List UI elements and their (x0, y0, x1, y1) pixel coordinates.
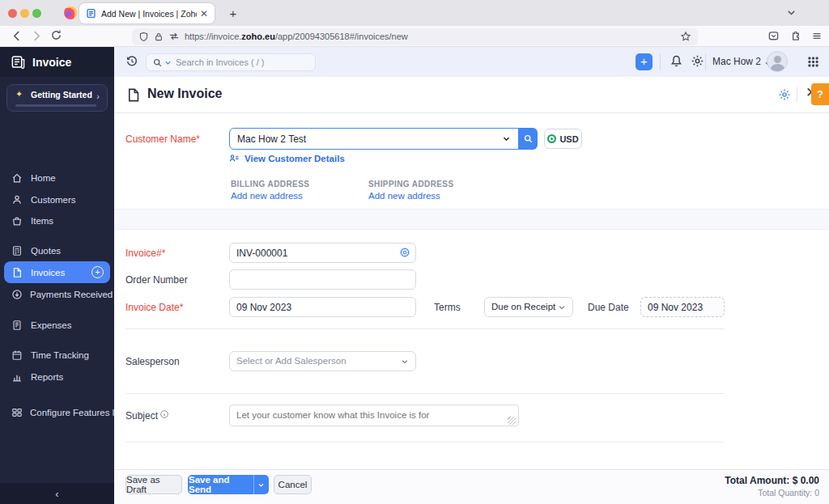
sidebar-item-configure-features[interactable]: Configure Features list (4, 403, 110, 422)
quotes-icon (11, 245, 23, 256)
order-number-label: Order Number (125, 274, 188, 286)
subject-textarea[interactable] (229, 404, 519, 426)
total-quantity: Total Quantity: 0 (758, 488, 819, 498)
currency-button[interactable]: USD (544, 129, 582, 149)
divider (125, 442, 725, 443)
browser-nav-bar: https://invoice.zoho.eu/app/20094305618#… (0, 26, 829, 47)
add-shipping-address-link[interactable]: Add new address (368, 191, 440, 201)
view-customer-details-link[interactable]: View Customer Details (229, 153, 345, 163)
salesperson-label: Salesperson (125, 356, 180, 367)
page-header: New Invoice ✕ ? (114, 77, 829, 113)
sidebar-item-home[interactable]: Home (4, 168, 110, 188)
save-and-send-caret-button[interactable] (253, 475, 269, 494)
forward-icon[interactable] (30, 29, 44, 43)
recent-history-icon[interactable] (125, 55, 138, 68)
new-invoice-doc-icon (125, 87, 141, 103)
url-bar[interactable]: https://invoice.zoho.eu/app/20094305618#… (132, 28, 698, 45)
org-switcher[interactable]: Mac How 2 ⌄ (712, 56, 772, 67)
customer-search-button[interactable] (518, 128, 538, 150)
sidebar-item-time-tracking[interactable]: Time Tracking (4, 345, 110, 365)
tab-list-chevron-icon[interactable] (786, 7, 797, 18)
invoice-settings-gear-icon[interactable] (778, 88, 791, 101)
getting-started-progress (15, 104, 96, 107)
divider (705, 53, 706, 70)
sidebar-item-quotes[interactable]: Quotes (4, 241, 110, 260)
avatar[interactable] (767, 51, 788, 72)
extensions-puzzle-icon[interactable] (789, 30, 801, 42)
order-number-input[interactable] (229, 269, 416, 290)
screen: Add New | Invoices | Zoho Invoi ✕ + (0, 0, 829, 504)
terms-label: Terms (434, 302, 461, 313)
divider (125, 328, 725, 329)
sidebar-item-label: Expenses (31, 320, 72, 330)
bookmark-star-icon[interactable] (680, 31, 691, 42)
invoice-date-input[interactable] (229, 297, 416, 317)
invoice-number-settings-icon[interactable] (399, 247, 410, 258)
url-text: https://invoice.zoho.eu/app/20094305618#… (185, 32, 408, 41)
cancel-button[interactable]: Cancel (274, 475, 312, 494)
sidebar-item-reports[interactable]: Reports (4, 367, 110, 387)
textarea-resize-handle[interactable] (508, 417, 516, 425)
app-top-bar: Search in Invoices ( / ) + Mac How 2 ⌄ (114, 47, 829, 77)
menu-hamburger-icon[interactable] (811, 31, 823, 41)
sidebar-item-label: Payments Received (30, 290, 113, 299)
traffic-minimize-button[interactable] (20, 9, 29, 18)
shield-icon[interactable] (138, 32, 149, 42)
settings-gear-icon[interactable] (691, 54, 704, 68)
add-billing-address-link[interactable]: Add new address (231, 191, 303, 201)
quick-create-button[interactable]: + (636, 53, 653, 70)
invoice-number-input[interactable] (229, 243, 416, 263)
sidebar-item-expenses[interactable]: Expenses (4, 316, 110, 335)
help-button[interactable]: ? (811, 83, 829, 105)
new-invoice-plus-icon[interactable]: + (91, 266, 104, 278)
search-placeholder: Search in Invoices ( / ) (176, 57, 264, 67)
customers-icon (11, 194, 23, 205)
save-and-send-button[interactable]: Save and Send (188, 475, 253, 494)
firefox-logo-icon (64, 6, 77, 19)
getting-started-card[interactable]: ✦ Getting Started › (6, 84, 108, 112)
tab-title: Add New | Invoices | Zoho Invoi (101, 9, 197, 19)
pocket-icon[interactable] (767, 30, 780, 42)
new-tab-button[interactable]: + (223, 4, 243, 23)
terms-select[interactable]: Due on Receipt (484, 297, 573, 317)
getting-started-label: Getting Started (31, 90, 92, 100)
search-input[interactable]: Search in Invoices ( / ) (146, 53, 316, 71)
notifications-bell-icon[interactable] (670, 54, 683, 68)
configure-features-icon (11, 407, 23, 418)
apps-grid-icon[interactable] (807, 56, 819, 68)
search-icon (152, 57, 163, 68)
app-name: Invoice (32, 56, 71, 69)
permissions-icon[interactable] (168, 32, 180, 41)
customer-name-select[interactable]: Mac How 2 Test (229, 128, 519, 150)
invoices-icon (11, 267, 23, 278)
home-icon (11, 172, 23, 184)
divider (797, 87, 797, 103)
expenses-icon (11, 320, 23, 331)
search-scope-chevron-icon[interactable] (164, 59, 172, 66)
browser-tab[interactable]: Add New | Invoices | Zoho Invoi ✕ (79, 3, 215, 23)
chevron-right-icon: › (96, 91, 100, 101)
sparkle-icon: ✦ (15, 89, 23, 100)
payments-received-icon (11, 289, 23, 300)
back-icon[interactable] (10, 29, 23, 43)
sidebar-item-payments-received[interactable]: Payments Received (4, 285, 110, 304)
app-logo[interactable]: Invoice (0, 47, 114, 77)
sidebar-collapse-button[interactable]: ‹ (0, 483, 114, 504)
salesperson-select[interactable]: Select or Add Salesperson (229, 351, 416, 371)
invoice-number-label: Invoice#* (125, 248, 165, 259)
traffic-zoom-button[interactable] (32, 9, 41, 18)
reload-icon[interactable] (50, 29, 62, 41)
sidebar-item-customers[interactable]: Customers (4, 190, 110, 210)
tab-close-icon[interactable]: ✕ (200, 8, 208, 19)
traffic-close-button[interactable] (8, 9, 17, 18)
reports-icon (11, 371, 23, 383)
save-as-draft-button[interactable]: Save as Draft (125, 475, 182, 494)
divider (660, 53, 661, 70)
sidebar-item-label: Customers (31, 195, 76, 205)
lock-icon[interactable] (154, 32, 164, 42)
due-date-input[interactable] (640, 297, 725, 317)
sidebar-item-items[interactable]: Items (4, 211, 110, 231)
sidebar-item-invoices[interactable]: Invoices + (4, 261, 110, 283)
page-title: New Invoice (147, 87, 222, 101)
total-amount: Total Amount: $ 0.00 (725, 475, 819, 486)
